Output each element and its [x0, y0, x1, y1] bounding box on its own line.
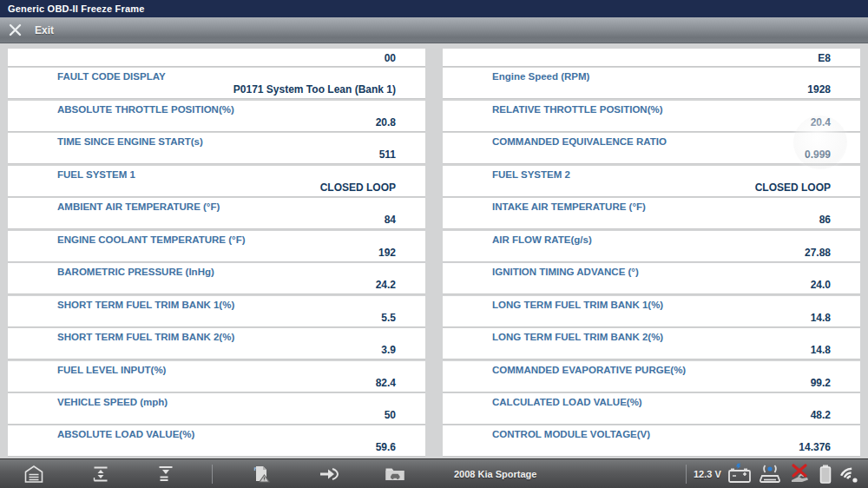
no-connection-icon: [788, 463, 812, 485]
parameter-value: P0171 System Too Lean (Bank 1): [233, 83, 396, 96]
parameter-row[interactable]: ABSOLUTE THROTTLE POSITION(%)20.8: [8, 101, 425, 131]
parameter-label: COMMANDED EQUIVALENCE RATIO: [492, 136, 667, 147]
parameter-label: FUEL SYSTEM 1: [57, 169, 135, 180]
parameter-value: 24.2: [376, 279, 396, 291]
bottom-toolbar: 2008 Kia Sportage 12.3 V: [0, 458, 868, 488]
parameter-row[interactable]: CALCULATED LOAD VALUE(%)48.2: [443, 393, 860, 424]
parameter-label: AMBIENT AIR TEMPERATURE (°F): [57, 201, 220, 212]
collapse-data-icon[interactable]: [155, 464, 176, 485]
parameter-row[interactable]: AMBIENT AIR TEMPERATURE (°F)84: [8, 198, 425, 228]
parameter-value: 82.4: [376, 377, 396, 389]
parameter-label: FUEL LEVEL INPUT(%): [57, 365, 166, 375]
expand-data-icon[interactable]: [90, 464, 111, 485]
parameter-label: BAROMETRIC PRESSURE (InHg): [57, 267, 214, 277]
parameter-row[interactable]: TIME SINCE ENGINE START(s)511: [8, 133, 425, 163]
parameter-label: LONG TERM FUEL TRIM BANK 2(%): [492, 332, 663, 342]
parameter-value: 86: [819, 214, 831, 226]
parameter-row[interactable]: SHORT TERM FUEL TRIM BANK 1(%)5.5: [8, 296, 425, 326]
parameter-value: 0.999: [805, 148, 831, 161]
active-vehicle-label[interactable]: 2008 Kia Sportage: [454, 469, 536, 479]
parameter-value: 3.9: [381, 344, 396, 356]
parameter-label: INTAKE AIR TEMPERATURE (°F): [492, 201, 646, 212]
close-icon[interactable]: [8, 23, 23, 37]
parameter-value: 48.2: [811, 409, 831, 421]
parameter-row[interactable]: FUEL SYSTEM 1CLOSED LOOP: [8, 166, 425, 196]
left-parameter-column: 00FAULT CODE DISPLAYP0171 System Too Lea…: [8, 49, 425, 458]
parameter-row[interactable]: ABSOLUTE LOAD VALUE(%)59.6: [8, 425, 425, 456]
parameter-label: IGNITION TIMING ADVANCE (°): [492, 267, 639, 277]
parameter-row[interactable]: CONTROL MODULE VOLTAGE(V)14.376: [443, 425, 860, 456]
freeze-frame-grid: 00FAULT CODE DISPLAYP0171 System Too Lea…: [0, 43, 868, 458]
parameter-value: 20.8: [376, 116, 396, 129]
parameter-value: 20.4: [811, 116, 831, 129]
parameter-value: 59.6: [376, 441, 396, 453]
parameter-value: E8: [818, 52, 831, 64]
parameter-label: RELATIVE THROTTLE POSITION(%): [492, 104, 663, 115]
connect-arrow-icon[interactable]: [318, 464, 340, 485]
car-battery-icon: [727, 463, 752, 485]
parameter-row[interactable]: AIR FLOW RATE(g/s)27.88: [443, 231, 860, 261]
parameter-row[interactable]: FUEL LEVEL INPUT(%)82.4: [8, 361, 425, 392]
parameter-label: AIR FLOW RATE(g/s): [492, 234, 592, 245]
battery-voltage-readout: 12.3 V: [694, 469, 721, 479]
parameter-row[interactable]: E8: [443, 49, 860, 66]
parameter-value: CLOSED LOOP: [320, 181, 396, 194]
parameter-row[interactable]: IGNITION TIMING ADVANCE (°)24.0: [443, 263, 860, 293]
vehicle-folder-icon[interactable]: [384, 464, 406, 485]
parameter-row[interactable]: FAULT CODE DISPLAYP0171 System Too Lean …: [8, 68, 425, 98]
parameter-row[interactable]: COMMANDED EQUIVALENCE RATIO0.999: [443, 133, 860, 163]
exit-toolbar: Exit: [0, 17, 868, 43]
parameter-label: SHORT TERM FUEL TRIM BANK 1(%): [57, 300, 234, 310]
parameter-value: 84: [385, 214, 396, 226]
status-divider: [686, 465, 687, 484]
parameter-value: 511: [379, 148, 396, 161]
parameter-value: 14.376: [799, 441, 831, 453]
parameter-row[interactable]: SHORT TERM FUEL TRIM BANK 2(%)3.9: [8, 328, 425, 359]
parameter-row[interactable]: INTAKE AIR TEMPERATURE (°F)86: [443, 198, 860, 228]
parameter-value: 24.0: [811, 279, 831, 291]
parameter-label: VEHICLE SPEED (mph): [57, 397, 168, 407]
parameter-label: SHORT TERM FUEL TRIM BANK 2(%): [57, 332, 234, 342]
battery-icon: [817, 463, 834, 485]
wifi-signal-icon: [837, 462, 863, 486]
parameter-row[interactable]: Engine Speed (RPM)1928: [443, 68, 860, 98]
parameter-value: 1928: [807, 83, 831, 96]
parameter-label: FUEL SYSTEM 2: [492, 169, 570, 180]
right-parameter-column: E8Engine Speed (RPM)1928RELATIVE THROTTL…: [443, 49, 860, 458]
parameter-row[interactable]: FUEL SYSTEM 2CLOSED LOOP: [443, 166, 860, 196]
parameter-label: ABSOLUTE LOAD VALUE(%): [57, 429, 194, 439]
parameter-row[interactable]: LONG TERM FUEL TRIM BANK 1(%)14.8: [443, 296, 860, 326]
parameter-label: Engine Speed (RPM): [492, 71, 589, 82]
toolbar-divider: [212, 465, 213, 484]
parameter-value: 192: [378, 247, 396, 259]
parameter-value: 5.5: [381, 312, 396, 324]
parameter-label: LONG TERM FUEL TRIM BANK 1(%): [492, 300, 663, 310]
parameter-row[interactable]: VEHICLE SPEED (mph)50: [8, 393, 425, 424]
vci-wireless-icon: [757, 463, 783, 485]
parameter-row[interactable]: RELATIVE THROTTLE POSITION(%)20.4: [443, 101, 860, 131]
exit-button[interactable]: Exit: [35, 24, 54, 36]
report-warning-icon[interactable]: [251, 464, 272, 485]
parameter-value: 50: [385, 409, 396, 421]
parameter-row[interactable]: LONG TERM FUEL TRIM BANK 2(%)14.8: [443, 328, 860, 359]
parameter-label: TIME SINCE ENGINE START(s): [57, 136, 203, 147]
parameter-value: CLOSED LOOP: [755, 181, 831, 194]
parameter-value: 27.88: [805, 247, 831, 259]
window-title-bar: Generic OBD-II Freeze Frame: [0, 0, 868, 17]
parameter-value: 14.8: [811, 344, 831, 356]
parameter-row[interactable]: COMMANDED EVAPORATIVE PURGE(%)99.2: [443, 361, 860, 392]
parameter-row[interactable]: 00: [8, 49, 425, 66]
parameter-label: ENGINE COOLANT TEMPERATURE (°F): [57, 234, 246, 245]
parameter-label: FAULT CODE DISPLAY: [57, 71, 166, 82]
parameter-row[interactable]: ENGINE COOLANT TEMPERATURE (°F)192: [8, 231, 425, 261]
parameter-value: 99.2: [811, 377, 831, 389]
parameter-label: COMMANDED EVAPORATIVE PURGE(%): [492, 365, 686, 375]
parameter-value: 14.8: [811, 312, 831, 324]
parameter-row[interactable]: BAROMETRIC PRESSURE (InHg)24.2: [8, 263, 425, 293]
parameter-value: 00: [385, 52, 396, 64]
page-title: Generic OBD-II Freeze Frame: [8, 3, 145, 14]
parameter-label: ABSOLUTE THROTTLE POSITION(%): [57, 104, 234, 115]
garage-home-icon[interactable]: [23, 464, 44, 485]
parameter-label: CONTROL MODULE VOLTAGE(V): [492, 429, 650, 439]
parameter-label: CALCULATED LOAD VALUE(%): [492, 397, 642, 407]
